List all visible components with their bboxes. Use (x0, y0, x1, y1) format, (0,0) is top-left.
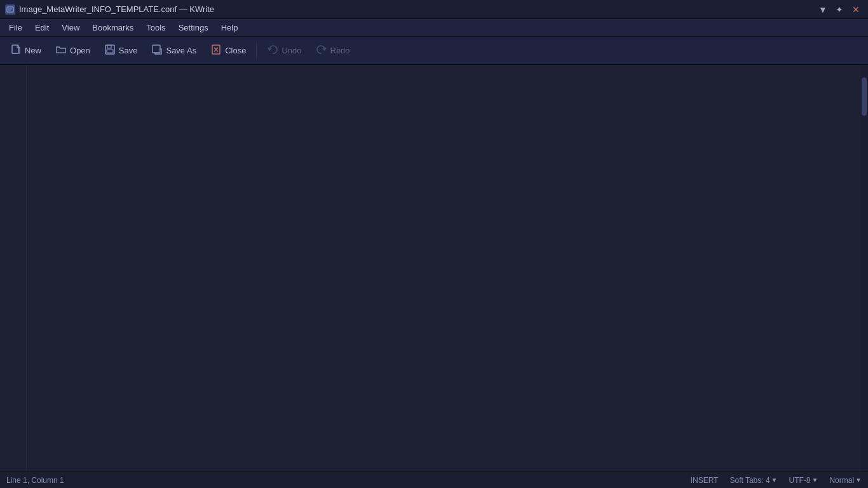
titlebar: Image_MetaWriter_INFO_TEMPLATE.conf — KW… (0, 0, 868, 19)
code-editor[interactable] (27, 65, 860, 471)
editor-container (0, 65, 868, 471)
menu-settings[interactable]: Settings (172, 21, 215, 34)
open-button[interactable]: Open (49, 41, 97, 61)
undo-button[interactable]: Undo (261, 41, 308, 61)
line-ending-dropdown-icon: ▼ (855, 477, 862, 484)
insert-mode: INSERT (691, 476, 719, 485)
encoding-dropdown-icon: ▼ (812, 477, 818, 484)
undo-icon (267, 44, 278, 58)
saveas-label: Save As (166, 46, 196, 55)
toolbar-separator-1 (256, 42, 257, 60)
app-icon (5, 4, 15, 15)
statusbar: Line 1, Column 1 INSERT Soft Tabs: 4 ▼ U… (0, 471, 868, 488)
new-icon (10, 44, 22, 58)
open-icon (55, 44, 67, 58)
undo-label: Undo (281, 46, 301, 55)
statusbar-right: INSERT Soft Tabs: 4 ▼ UTF-8 ▼ Normal ▼ (691, 476, 862, 485)
close-doc-label: Close (225, 46, 246, 55)
minimize-button[interactable]: ▼ (816, 3, 830, 17)
menu-tools[interactable]: Tools (140, 21, 172, 34)
statusbar-left: Line 1, Column 1 (6, 476, 64, 485)
window-title: Image_MetaWriter_INFO_TEMPLATE.conf — KW… (19, 4, 214, 14)
save-icon (104, 44, 116, 58)
encoding-label: UTF-8 (789, 476, 811, 485)
titlebar-left: Image_MetaWriter_INFO_TEMPLATE.conf — KW… (5, 4, 214, 15)
maximize-button[interactable]: ✦ (832, 3, 846, 17)
tabs-dropdown-icon: ▼ (771, 477, 778, 484)
tabs-setting[interactable]: Soft Tabs: 4 ▼ (729, 476, 777, 485)
saveas-icon (151, 44, 163, 58)
menu-bookmarks[interactable]: Bookmarks (86, 21, 140, 34)
svg-rect-7 (107, 50, 113, 53)
window-controls[interactable]: ▼ ✦ ✕ (816, 3, 863, 17)
close-doc-icon (210, 44, 222, 58)
save-label: Save (119, 46, 138, 55)
menu-view[interactable]: View (55, 21, 86, 34)
menu-help[interactable]: Help (215, 21, 245, 34)
redo-label: Redo (330, 46, 350, 55)
line-numbers (0, 65, 27, 471)
scrollbar-thumb[interactable] (862, 78, 867, 116)
menu-file[interactable]: File (3, 21, 29, 34)
encoding-setting[interactable]: UTF-8 ▼ (789, 476, 818, 485)
open-label: Open (70, 46, 90, 55)
svg-rect-8 (153, 45, 160, 53)
menu-edit[interactable]: Edit (29, 21, 55, 34)
line-ending-label: Normal (829, 476, 854, 485)
menubar: File Edit View Bookmarks Tools Settings … (0, 19, 868, 37)
new-button[interactable]: New (4, 41, 48, 61)
tabs-label: Soft Tabs: 4 (729, 476, 770, 485)
cursor-position: Line 1, Column 1 (6, 476, 64, 485)
close-button[interactable]: ✕ (849, 3, 863, 17)
saveas-button[interactable]: Save As (145, 41, 203, 61)
save-button[interactable]: Save (98, 41, 144, 61)
vertical-scrollbar[interactable] (860, 65, 868, 471)
line-ending-setting[interactable]: Normal ▼ (829, 476, 862, 485)
svg-rect-0 (7, 7, 13, 12)
redo-icon (316, 44, 327, 58)
close-doc-button[interactable]: Close (204, 41, 252, 61)
toolbar: New Open Save Save As (0, 37, 868, 65)
new-label: New (25, 46, 41, 55)
redo-button[interactable]: Redo (309, 41, 356, 61)
